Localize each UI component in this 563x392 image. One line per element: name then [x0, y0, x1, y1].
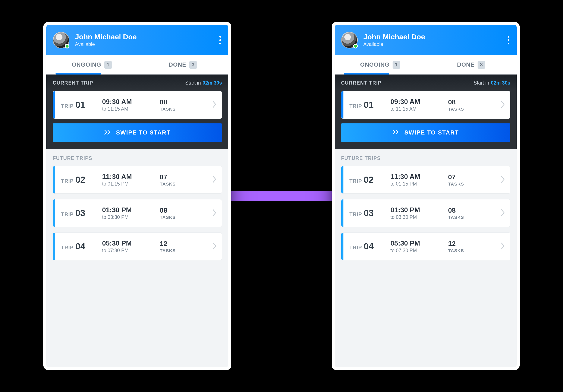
future-trip-card[interactable]: TRIP03 01:30 PMto 03:30 PM 08TASKS [53, 199, 222, 227]
current-trip-card[interactable]: TRIP 01 09:30 AM to 11:15 AM 08 TASKS [53, 91, 222, 119]
trip-task-count: 08 [448, 98, 484, 106]
trip-accent-bar [341, 91, 344, 118]
trip-number: 04 [75, 241, 85, 252]
trip-label: TRIP [349, 178, 362, 184]
future-trip-card[interactable]: TRIP04 05:30 PMto 07:30 PM 12TASKS [53, 232, 222, 260]
current-trip-title: CURRENT TRIP [341, 80, 382, 86]
trip-time-secondary: to 07:30 PM [390, 248, 448, 253]
trip-task-count: 08 [160, 206, 196, 214]
trip-task-label: TASKS [160, 215, 196, 220]
current-trip-title: CURRENT TRIP [53, 80, 93, 86]
tab-done-label: DONE [169, 62, 186, 68]
swipe-to-start-button[interactable]: SWIPE TO START [53, 123, 222, 142]
trip-number: 04 [364, 241, 374, 252]
user-status: Available [75, 41, 137, 47]
tabs: ONGOING 1 DONE 3 [46, 55, 228, 75]
tab-done-count: 3 [189, 61, 197, 69]
trip-time-secondary: to 07:30 PM [102, 248, 160, 253]
screen: John Michael Doe Available ONGOING 1 DON… [46, 25, 228, 367]
trip-time-primary: 11:30 AM [390, 173, 448, 181]
countdown-value: 02m 30s [203, 80, 222, 86]
tab-ongoing-label: ONGOING [72, 62, 101, 68]
trip-number: 01 [75, 100, 85, 110]
trip-time-secondary: to 11:15 AM [102, 106, 160, 112]
current-trip-card[interactable]: TRIP 01 09:30 AM to 11:15 AM 08 TASKS [341, 91, 510, 119]
future-trip-card[interactable]: TRIP04 05:30 PMto 07:30 PM 12TASKS [341, 232, 510, 260]
chevron-right-icon [501, 209, 505, 217]
future-trips-title: FUTURE TRIPS [53, 155, 222, 161]
trip-accent-bar [341, 166, 344, 193]
trip-accent-bar [341, 233, 344, 260]
chevron-right-icon [501, 101, 505, 109]
trip-task-label: TASKS [448, 107, 484, 112]
tab-ongoing[interactable]: ONGOING 1 [335, 55, 426, 74]
trip-accent-bar [53, 233, 55, 260]
avatar[interactable] [341, 32, 358, 49]
trip-label: TRIP [349, 103, 362, 109]
current-trip-countdown: Start in 02m 30s [473, 80, 510, 86]
trip-time-secondary: to 01:15 PM [102, 181, 160, 187]
future-trip-card[interactable]: TRIP02 11:30 AMto 01:15 PM 07TASKS [341, 166, 510, 194]
current-trip-panel: CURRENT TRIP Start in 02m 30s TRIP 01 09… [46, 75, 228, 149]
tab-ongoing-count: 1 [393, 61, 400, 69]
trip-time-secondary: to 01:15 PM [390, 181, 448, 187]
trip-accent-bar [341, 199, 344, 227]
current-trip-panel: CURRENT TRIP Start in 02m 30s TRIP 01 09… [335, 75, 517, 149]
more-vert-icon[interactable] [507, 35, 510, 46]
current-trip-header: CURRENT TRIP Start in 02m 30s [53, 80, 222, 86]
double-chevron-right-icon [104, 129, 112, 136]
chevron-right-icon [212, 242, 217, 251]
screen: John Michael Doe Available ONGOING 1 DON… [335, 25, 517, 367]
tab-ongoing[interactable]: ONGOING 1 [46, 55, 137, 74]
chevron-right-icon [212, 101, 217, 109]
swipe-to-start-button[interactable]: SWIPE TO START [341, 123, 510, 142]
trip-number: 02 [364, 175, 374, 185]
double-chevron-right-icon [392, 129, 400, 136]
tab-done-count: 3 [478, 61, 485, 69]
user-block: John Michael Doe Available [363, 33, 425, 47]
avatar[interactable] [53, 32, 69, 49]
chevron-right-icon [501, 176, 505, 184]
trip-task-label: TASKS [448, 215, 484, 220]
more-vert-icon[interactable] [218, 35, 222, 46]
trip-number: 02 [75, 175, 85, 185]
future-trip-card[interactable]: TRIP03 01:30 PMto 03:30 PM 08TASKS [341, 199, 510, 227]
stage: John Michael Doe Available ONGOING 1 DON… [0, 0, 563, 392]
chevron-right-icon [212, 176, 217, 184]
app-header: John Michael Doe Available [335, 25, 517, 55]
trip-time-primary: 01:30 PM [390, 206, 448, 214]
trip-number: 03 [364, 208, 374, 218]
future-trips-section: FUTURE TRIPS TRIP02 11:30 AMto 01:15 PM … [335, 149, 517, 272]
future-trips-section: FUTURE TRIPS TRIP02 11:30 AMto 01:15 PM … [46, 149, 228, 272]
presence-indicator [353, 44, 358, 49]
tabs: ONGOING 1 DONE 3 [335, 55, 517, 75]
trip-number: 01 [364, 100, 374, 110]
trip-task-count: 08 [160, 98, 196, 106]
trip-time-secondary: to 11:15 AM [390, 106, 448, 112]
trip-time-primary: 05:30 PM [390, 239, 448, 247]
current-trip-header: CURRENT TRIP Start in 02m 30s [341, 80, 510, 86]
trip-label: TRIP [349, 245, 362, 251]
app-header: John Michael Doe Available [46, 25, 228, 55]
user-block: John Michael Doe Available [75, 33, 137, 47]
trip-task-count: 07 [160, 173, 196, 181]
trip-task-count: 12 [448, 240, 484, 248]
trip-task-label: TASKS [160, 107, 196, 112]
trip-time-primary: 05:30 PM [102, 239, 160, 247]
tab-done[interactable]: DONE 3 [137, 55, 228, 74]
trip-task-label: TASKS [160, 181, 196, 187]
trip-time-primary: 11:30 AM [102, 173, 160, 181]
chevron-right-icon [501, 242, 505, 251]
trip-task-count: 12 [160, 240, 196, 248]
future-trip-card[interactable]: TRIP02 11:30 AMto 01:15 PM 07TASKS [53, 166, 222, 194]
trip-task-label: TASKS [448, 181, 484, 187]
phone-right: John Michael Doe Available ONGOING 1 DON… [332, 22, 520, 370]
tab-ongoing-label: ONGOING [360, 62, 390, 68]
tab-ongoing-count: 1 [104, 61, 112, 69]
trip-task-count: 08 [448, 206, 484, 214]
trip-task-label: TASKS [448, 248, 484, 253]
user-name: John Michael Doe [363, 33, 425, 41]
swipe-label: SWIPE TO START [404, 129, 459, 136]
tab-done[interactable]: DONE 3 [426, 55, 517, 74]
trip-time-primary: 01:30 PM [102, 206, 160, 214]
